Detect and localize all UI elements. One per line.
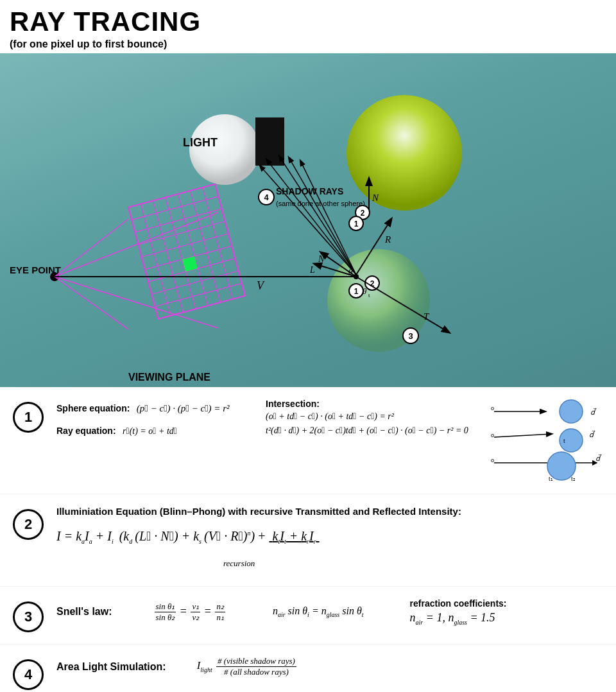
section-2-formula: I = kaIa + Ii (kd (L⃗ · N⃗) + ks (V⃗ · R… [56,523,603,575]
svg-text:t₂: t₂ [571,476,576,482]
svg-text:1: 1 [354,287,359,296]
svg-line-31 [151,271,238,294]
svg-line-46 [55,277,128,329]
snell-formula: sin θ₁sin θ₂ = v₁v₂ = n₂n₁ [153,601,227,623]
section-1-content: Sphere equation: (p⃗ − c⃗) · (p⃗ − c⃗) =… [56,399,603,482]
snell-law-label: Snell's law: [56,606,112,618]
svg-text:o: o [491,432,494,438]
svg-line-36 [153,201,184,313]
sphere-eq-formula: (p⃗ − c⃗) · (p⃗ − c⃗) = r² [137,403,230,413]
svg-text:R: R [384,234,391,245]
svg-line-11 [279,156,356,275]
ray-equation-row: Ray equation: r⃗(t) = o⃗ + td⃗ [56,422,259,440]
svg-text:N: N [372,193,379,203]
section-1-intersection: Intersection: (o⃗ + td⃗ − c⃗) · (o⃗ + td… [266,399,468,436]
sphere-eq-label: Sphere equation: [56,403,130,413]
section-1: 1 Sphere equation: (p⃗ − c⃗) · (p⃗ − c⃗)… [0,387,616,494]
refraction-box: refraction coefficients: nair = 1, nglas… [410,598,507,626]
section-2-title: Illuminiation Equation (Blinn–Phong) wit… [56,506,603,517]
svg-point-0 [189,114,260,185]
svg-line-27 [139,221,225,245]
svg-text:N: N [318,254,325,264]
svg-line-35 [141,204,171,316]
svg-line-72 [494,434,552,437]
section-2: 2 Illuminiation Equation (Blinn–Phong) w… [0,494,616,587]
page-subtitle: (for one pixel up to first bounce) [10,39,606,50]
svg-line-9 [260,166,356,275]
svg-text:LIGHT: LIGHT [183,136,218,149]
section-2-number: 2 [13,509,44,540]
page-header: RAY TRACING (for one pixel up to first b… [0,0,616,53]
svg-text:EYE POINT: EYE POINT [10,264,61,275]
refraction-title: refraction coefficients: [410,598,507,609]
section-3: 3 Snell's law: sin θ₁sin θ₂ = v₁v₂ = n₂n… [0,587,616,644]
section-1-number: 1 [13,402,44,433]
svg-text:L: L [309,265,315,275]
section-3-content: Snell's law: sin θ₁sin θ₂ = v₁v₂ = n₂n₁ … [56,598,603,626]
svg-line-37 [166,197,196,309]
svg-text:4: 4 [264,193,269,202]
svg-text:V: V [257,279,265,292]
page-title: RAY TRACING [10,6,606,37]
svg-line-32 [155,283,241,306]
section-4-number: 4 [13,659,44,690]
ray-eq-label: Ray equation: [56,426,116,436]
svg-text:o: o [491,405,494,411]
intersection-eq2: t²(d⃗ · d⃗) + 2(o⃗ − c⃗)td⃗ + (o⃗ − c⃗) … [266,426,468,436]
section-4: 4 Area Light Simulation: Ilight # (visib… [0,644,616,692]
svg-text:3: 3 [408,331,413,341]
svg-text:θ: θ [348,267,353,277]
section-3-number: 3 [13,601,44,632]
section-2-content: Illuminiation Equation (Blinn–Phong) wit… [56,506,603,575]
svg-line-40 [203,187,233,299]
section-1-equations: Sphere equation: (p⃗ − c⃗) · (p⃗ − c⃗) =… [56,399,259,440]
area-light-formula: Ilight # (visible shadow rays) # (all sh… [197,656,298,677]
sphere-equation-row: Sphere equation: (p⃗ − c⃗) · (p⃗ − c⃗) =… [56,399,259,418]
svg-line-25 [132,196,218,220]
svg-text:d⃗: d⃗ [595,454,602,462]
ray-eq-formula: r⃗(t) = o⃗ + td⃗ [123,426,177,436]
svg-text:θ: θ [363,286,367,296]
svg-text:VIEWING PLANE: VIEWING PLANE [128,372,210,383]
svg-point-69 [560,400,583,423]
recursion-label: recursion [223,558,255,568]
area-light-label: Area Light Simulation: [56,661,166,673]
intersection-eq1: (o⃗ + td⃗ − c⃗) · (o⃗ + td⃗ − c⃗) = r² [266,411,468,422]
snell-formula2: nair sin θi = nglass sin θt [273,605,364,618]
svg-line-26 [135,209,221,232]
svg-text:1: 1 [354,220,359,229]
svg-text:2: 2 [361,209,365,218]
svg-text:t₁: t₁ [549,476,553,482]
content-area: 1 Sphere equation: (p⃗ − c⃗) · (p⃗ − c⃗)… [0,387,616,692]
svg-line-44 [55,219,128,277]
intersection-label: Intersection: [266,399,468,409]
svg-text:d⃗: d⃗ [590,408,597,416]
svg-point-2 [346,95,462,211]
svg-line-39 [191,191,221,302]
svg-rect-1 [255,117,284,166]
svg-line-38 [178,194,208,306]
svg-line-10 [266,159,356,275]
svg-rect-42 [128,184,245,319]
diagram-area: LIGHT SHADOW RAYS (same done at other sp… [0,53,616,387]
refraction-values: nair = 1, nglass = 1.5 [410,611,507,626]
section-1-diagram: d⃗ o d⃗ [475,399,603,482]
svg-text:o: o [491,457,494,463]
section-4-content: Area Light Simulation: Ilight # (visible… [56,656,603,677]
svg-text:d⃗: d⃗ [589,430,595,438]
